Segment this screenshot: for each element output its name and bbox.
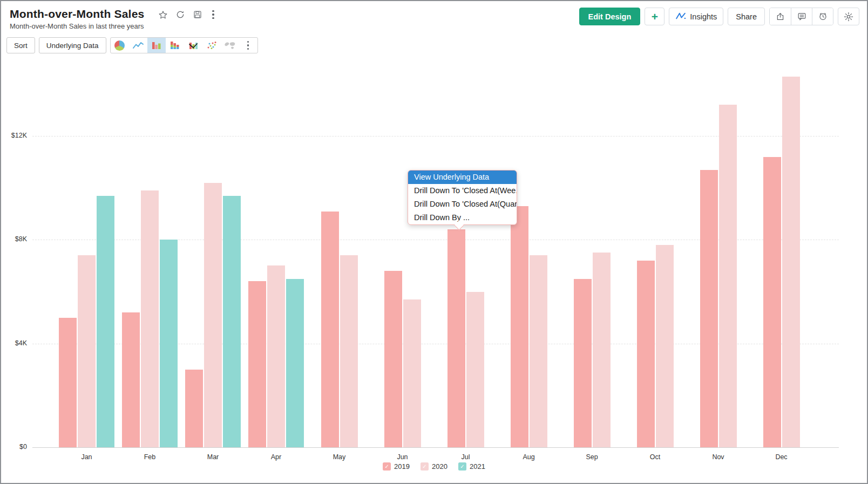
x-tick-label: Jul	[450, 453, 482, 461]
bar-2019-May[interactable]	[321, 212, 339, 448]
chart-legend: ✓2019✓2020✓2021	[1, 462, 867, 471]
context-menu-items: View Underlying DataDrill Down To 'Close…	[408, 171, 517, 224]
x-tick-label: Sep	[576, 453, 608, 461]
bar-2020-Jul[interactable]	[466, 292, 484, 448]
bar-2019-Dec[interactable]	[763, 157, 781, 448]
context-menu: View Underlying DataDrill Down To 'Close…	[408, 170, 517, 225]
x-tick-label: Jun	[386, 453, 419, 461]
bar-2020-Apr[interactable]	[267, 265, 285, 447]
bar-2019-Aug[interactable]	[511, 206, 528, 447]
bar-2019-Apr[interactable]	[248, 281, 266, 447]
x-tick-label: Oct	[639, 453, 672, 461]
legend-checkbox-icon: ✓	[458, 462, 466, 471]
x-axis-line	[32, 447, 839, 448]
bar-2019-Sep[interactable]	[574, 279, 592, 448]
legend-label: 2019	[394, 462, 410, 471]
bar-2020-May[interactable]	[340, 255, 358, 447]
bar-2020-Feb[interactable]	[141, 190, 159, 447]
legend-item-2019[interactable]: ✓2019	[383, 462, 410, 471]
bar-2020-Sep[interactable]	[593, 253, 611, 447]
context-menu-item[interactable]: Drill Down By ...	[408, 211, 517, 224]
context-menu-item[interactable]: Drill Down To 'Closed At(Wee...	[408, 184, 517, 197]
bar-2020-Mar[interactable]	[204, 183, 222, 447]
bar-2020-Dec[interactable]	[782, 77, 800, 448]
y-tick-label: $12K	[2, 132, 27, 139]
context-menu-item[interactable]: View Underlying Data	[408, 171, 517, 184]
bar-2020-Jun[interactable]	[403, 299, 421, 447]
x-tick-label: Nov	[702, 453, 735, 461]
bar-2020-Oct[interactable]	[656, 245, 674, 447]
bar-2019-Jun[interactable]	[384, 271, 402, 447]
legend-checkbox-icon: ✓	[421, 462, 429, 471]
x-tick-label: Feb	[134, 453, 166, 461]
bar-2020-Jan[interactable]	[78, 255, 96, 447]
bar-2019-Jan[interactable]	[59, 318, 77, 447]
bar-2021-Mar[interactable]	[223, 196, 241, 447]
x-tick-label: Mar	[197, 453, 229, 461]
bar-2020-Nov[interactable]	[719, 105, 737, 447]
bar-2019-Oct[interactable]	[637, 261, 655, 447]
x-tick-label: Dec	[765, 453, 798, 461]
gridline	[32, 136, 839, 137]
x-tick-label: Jan	[71, 453, 103, 461]
bar-2019-Feb[interactable]	[122, 312, 140, 447]
legend-item-2020[interactable]: ✓2020	[421, 462, 447, 471]
chart-plot: $0$4K$8K$12KJanFebMarAprMayJunJulAugSepO…	[1, 1, 867, 483]
bar-2019-Jul[interactable]	[447, 229, 465, 447]
legend-item-2021[interactable]: ✓2021	[458, 462, 485, 471]
bar-2021-Jan[interactable]	[97, 196, 114, 447]
bar-2019-Mar[interactable]	[185, 370, 203, 447]
x-tick-label: May	[323, 453, 356, 461]
y-tick-label: $4K	[2, 339, 27, 347]
legend-label: 2020	[432, 462, 447, 471]
bar-2019-Nov[interactable]	[700, 170, 718, 448]
bar-2021-Apr[interactable]	[286, 279, 304, 448]
bar-2021-Feb[interactable]	[160, 240, 178, 447]
context-menu-item[interactable]: Drill Down To 'Closed At(Quar...	[408, 197, 517, 211]
legend-label: 2021	[470, 462, 485, 471]
x-tick-label: Apr	[260, 453, 293, 461]
bar-2020-Aug[interactable]	[530, 255, 547, 447]
y-tick-label: $8K	[2, 235, 27, 243]
x-tick-label: Aug	[513, 453, 545, 461]
legend-checkbox-icon: ✓	[383, 462, 391, 471]
y-tick-label: $0	[2, 443, 27, 451]
